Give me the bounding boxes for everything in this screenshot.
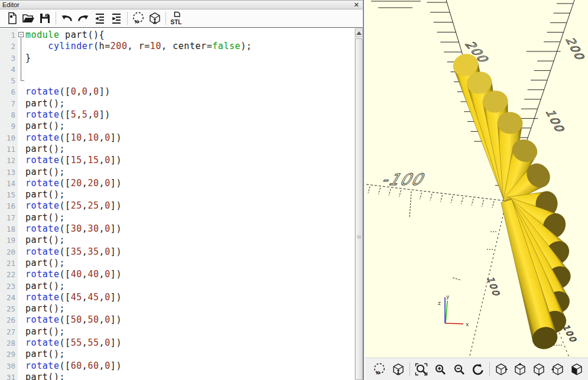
reset-view-icon: [471, 362, 485, 376]
toolbar-separator: [56, 12, 56, 25]
gutter-numbers: 1234567891011121314151617181920212223242…: [0, 28, 18, 380]
view-top-button[interactable]: [511, 360, 529, 379]
unindent-button[interactable]: [92, 10, 108, 27]
line-number: 9: [0, 121, 15, 132]
code-line: rotate([30,30,0]): [25, 223, 355, 235]
zoom-out-button[interactable]: [450, 360, 469, 379]
view-left-button[interactable]: [548, 360, 567, 379]
scrollbar-up-icon[interactable]: [355, 28, 363, 37]
fold-line: [21, 38, 21, 80]
line-number: 30: [0, 360, 15, 372]
viewport-canvas[interactable]: -100200100200100100zyx: [365, 0, 588, 358]
toolbar-separator: [489, 362, 490, 376]
code-line: module part(){: [25, 30, 355, 41]
editor-titlebar: Editor ✕: [0, 0, 363, 9]
line-number: 29: [0, 349, 15, 360]
view-bottom-icon: [532, 362, 546, 376]
new-file-button[interactable]: [4, 10, 20, 27]
line-number: 21: [0, 258, 15, 269]
code-line: rotate([25,25,0]): [25, 200, 355, 212]
line-number: 2: [0, 41, 15, 52]
code-line: rotate([5,5,0]): [25, 109, 355, 121]
code-line: rotate([55,55,0]): [25, 337, 355, 349]
code-lines[interactable]: module part(){ cylinder(h=200, r=10, cen…: [25, 28, 355, 380]
toolbar-separator: [410, 362, 410, 376]
line-number: 26: [0, 314, 15, 326]
save-file-button[interactable]: [37, 10, 53, 27]
zoom-out-icon: [452, 362, 466, 376]
viewport-panel: -100200100200100100zyx »: [365, 0, 588, 380]
code-line: [25, 75, 355, 86]
line-number: 8: [0, 109, 15, 121]
code-line: rotate([10,10,0]): [25, 132, 355, 144]
line-number: 22: [0, 269, 15, 280]
zoom-all-button[interactable]: [412, 360, 431, 379]
line-number: 20: [0, 246, 15, 258]
open-file-button[interactable]: [20, 10, 37, 27]
code-line: rotate([20,20,0]): [25, 178, 355, 189]
fold-corner: [21, 80, 24, 81]
new-file-icon: [5, 11, 19, 25]
line-number: 28: [0, 337, 15, 349]
line-number: 11: [0, 144, 15, 155]
preview-button[interactable]: »: [130, 10, 147, 27]
code-line: part();: [25, 349, 355, 360]
view-front-icon: [570, 362, 584, 376]
fold-margin[interactable]: -: [18, 28, 25, 380]
line-number: 1: [0, 30, 15, 41]
line-number: 12: [0, 155, 15, 166]
code-editor[interactable]: 1234567891011121314151617181920212223242…: [0, 28, 363, 380]
editor-scrollbar[interactable]: [355, 28, 363, 380]
code-line: cylinder(h=200, r=10, center=false);: [25, 41, 355, 52]
open-file-icon: [21, 11, 35, 25]
line-number: 31: [0, 372, 15, 380]
scrollbar-grip: [357, 236, 361, 239]
code-line: part();: [25, 281, 355, 292]
indent-button[interactable]: [108, 10, 125, 27]
close-icon[interactable]: ✕: [352, 1, 360, 9]
stl-export-button[interactable]: STL: [168, 10, 185, 27]
toolbar-separator: [127, 12, 128, 25]
stl-export-icon: STL: [170, 11, 184, 25]
view-right-button[interactable]: [492, 360, 511, 379]
render-button[interactable]: [147, 10, 163, 27]
render-button[interactable]: [389, 360, 408, 379]
code-line: part();: [25, 189, 355, 200]
zoom-in-button[interactable]: [431, 360, 450, 379]
view-bottom-button[interactable]: [529, 360, 548, 379]
line-number: 6: [0, 86, 15, 98]
line-number: 14: [0, 178, 15, 189]
undo-button[interactable]: [59, 10, 75, 27]
code-line: rotate([15,15,0]): [25, 155, 355, 166]
line-number: 3: [0, 53, 15, 64]
code-line: part();: [25, 235, 355, 246]
openscad-window: Editor ✕ »STL 12345678910111213141516171…: [0, 0, 588, 380]
code-line: part();: [25, 372, 355, 380]
svg-text:»: »: [376, 368, 381, 376]
code-line: part();: [25, 303, 355, 314]
line-number: 18: [0, 223, 15, 235]
triad-x-label: x: [466, 321, 469, 327]
code-line: [25, 64, 355, 75]
preview-icon: »: [372, 362, 386, 376]
line-number: 19: [0, 235, 15, 246]
fold-marker-icon[interactable]: -: [18, 32, 24, 37]
code-line: rotate([40,40,0]): [25, 269, 355, 280]
line-number: 13: [0, 167, 15, 178]
viewport-toolbar: »: [365, 358, 588, 380]
line-number: 24: [0, 292, 15, 303]
triad-y-label: y: [446, 294, 450, 300]
toolbar-separator: [165, 12, 166, 25]
redo-button[interactable]: [75, 10, 92, 27]
scrollbar-thumb[interactable]: [355, 38, 363, 380]
code-line: part();: [25, 326, 355, 337]
line-number: 27: [0, 326, 15, 337]
view-front-button[interactable]: [567, 360, 586, 379]
render-icon: [148, 11, 162, 25]
line-number: 17: [0, 212, 15, 223]
code-line: part();: [25, 167, 355, 178]
save-file-icon: [38, 11, 52, 25]
code-line: part();: [25, 144, 355, 155]
reset-view-button[interactable]: [469, 360, 488, 379]
preview-button[interactable]: »: [370, 360, 389, 379]
